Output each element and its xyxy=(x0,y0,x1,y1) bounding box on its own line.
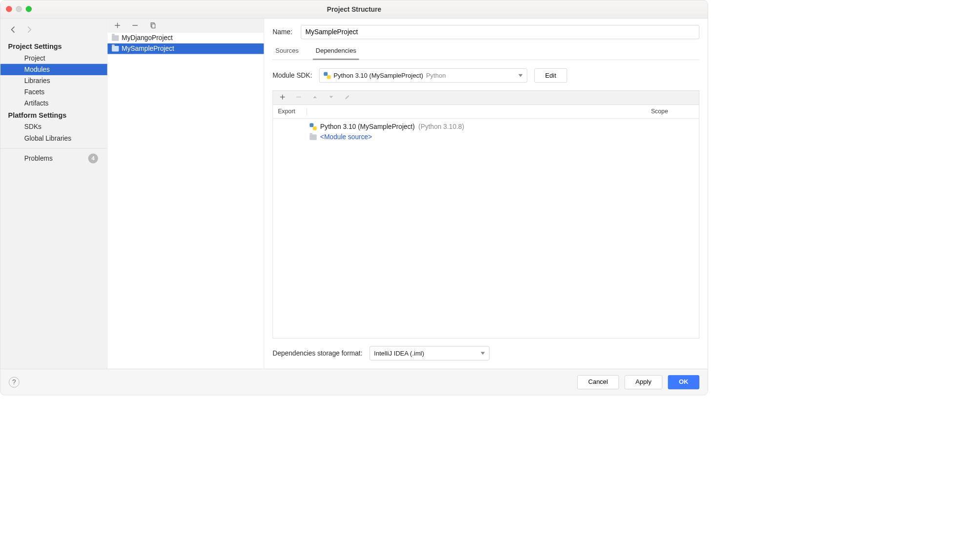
modules-toolbar xyxy=(107,19,264,33)
move-up-icon xyxy=(312,94,318,101)
dep-row-module-source[interactable]: <Module source> xyxy=(273,132,699,143)
nav-item-sdks[interactable]: SDKs xyxy=(0,122,107,133)
col-scope: Scope xyxy=(646,108,699,115)
python-icon xyxy=(309,123,316,130)
svg-rect-1 xyxy=(152,24,155,28)
minimize-window-button[interactable] xyxy=(16,6,22,12)
title-bar: Project Structure xyxy=(0,0,708,19)
copy-module-icon[interactable] xyxy=(149,21,156,30)
dep-sdk-detail: (Python 3.10.8) xyxy=(418,123,464,130)
modules-panel: MyDjangoProject MySampleProject xyxy=(107,19,264,369)
cancel-button[interactable]: Cancel xyxy=(577,375,619,389)
deps-table-body: Python 3.10 (MySampleProject) (Python 3.… xyxy=(273,119,699,338)
module-row-mydjango[interactable]: MyDjangoProject xyxy=(107,33,264,43)
move-down-icon xyxy=(328,94,334,101)
help-icon[interactable]: ? xyxy=(9,377,20,387)
chevron-down-icon xyxy=(481,352,485,355)
storage-label: Dependencies storage format: xyxy=(273,349,363,357)
add-dep-icon[interactable] xyxy=(279,94,286,101)
module-sdk-value: Python 3.10 (MySampleProject) xyxy=(334,72,424,79)
nav-item-libraries[interactable]: Libraries xyxy=(0,75,107,86)
nav-item-project[interactable]: Project xyxy=(0,53,107,64)
nav-section-platform-settings: Platform Settings xyxy=(0,109,107,121)
deps-table-header: Export Scope xyxy=(273,105,699,119)
add-module-icon[interactable] xyxy=(114,21,121,30)
folder-icon xyxy=(309,134,316,140)
module-sdk-type: Python xyxy=(426,72,446,79)
edit-dep-icon xyxy=(344,94,350,101)
chevron-down-icon xyxy=(518,74,523,77)
apply-button[interactable]: Apply xyxy=(625,375,662,389)
zoom-window-button[interactable] xyxy=(26,6,32,12)
nav-item-facets[interactable]: Facets xyxy=(0,86,107,98)
module-sdk-dropdown[interactable]: Python 3.10 (MySampleProject) Python xyxy=(319,68,527,83)
storage-value: IntelliJ IDEA (.iml) xyxy=(374,350,424,357)
deps-toolbar xyxy=(273,90,699,105)
dep-sdk-name: Python 3.10 (MySampleProject) xyxy=(320,123,415,130)
module-details-panel: Name: Sources Dependencies Module SDK: P… xyxy=(264,19,708,369)
nav-item-problems[interactable]: Problems 4 xyxy=(0,148,107,165)
ok-button[interactable]: OK xyxy=(668,375,699,389)
module-sdk-label: Module SDK: xyxy=(273,72,312,80)
module-row-mysample[interactable]: MySampleProject xyxy=(107,43,264,54)
tab-dependencies[interactable]: Dependencies xyxy=(313,47,359,60)
storage-format-dropdown[interactable]: IntelliJ IDEA (.iml) xyxy=(369,346,490,360)
col-export: Export xyxy=(273,108,306,115)
nav-item-global-libraries[interactable]: Global Libraries xyxy=(0,133,107,144)
name-label: Name: xyxy=(273,28,292,36)
dialog-footer: ? Cancel Apply OK xyxy=(0,369,708,395)
module-name-input[interactable] xyxy=(301,25,699,39)
nav-item-artifacts[interactable]: Artifacts xyxy=(0,98,107,109)
nav-forward-icon xyxy=(24,25,34,35)
nav-item-problems-label: Problems xyxy=(24,154,53,162)
close-window-button[interactable] xyxy=(6,6,12,12)
folder-icon xyxy=(112,46,119,52)
nav-back-icon[interactable] xyxy=(9,25,18,35)
module-name: MyDjangoProject xyxy=(122,34,173,42)
dep-row-sdk[interactable]: Python 3.10 (MySampleProject) (Python 3.… xyxy=(273,122,699,132)
nav-item-modules[interactable]: Modules xyxy=(0,64,107,75)
python-icon xyxy=(324,72,330,79)
tab-sources[interactable]: Sources xyxy=(273,47,302,60)
module-name: MySampleProject xyxy=(122,45,174,53)
folder-icon xyxy=(112,35,119,41)
remove-dep-icon xyxy=(296,94,302,101)
left-sidebar: Project Settings Project Modules Librari… xyxy=(0,19,108,369)
remove-module-icon[interactable] xyxy=(132,21,139,30)
problems-count-badge: 4 xyxy=(88,153,98,163)
edit-sdk-button[interactable]: Edit xyxy=(534,68,567,83)
dep-module-source-label: <Module source> xyxy=(320,133,372,141)
nav-section-project-settings: Project Settings xyxy=(0,40,107,52)
window-title: Project Structure xyxy=(327,5,381,13)
